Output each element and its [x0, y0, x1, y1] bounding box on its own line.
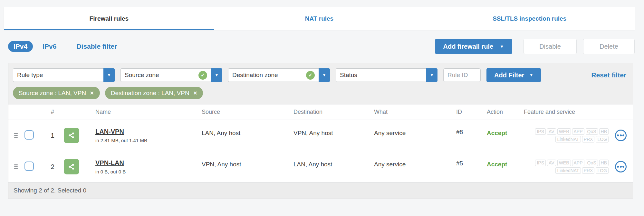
status-dropdown-label: Status [340, 72, 422, 79]
ipv4-toggle[interactable]: IPv4 [8, 41, 33, 52]
row-number: 1 [41, 132, 64, 139]
row-number: 2 [41, 163, 64, 171]
row-menu-ellipsis-icon[interactable] [615, 130, 627, 141]
remove-filter-icon[interactable]: ✕ [90, 90, 94, 96]
add-firewall-rule-button[interactable]: Add firewall rule ▼ [435, 39, 512, 54]
table-row: 2 VPN-LAN in 0 B, out 0 B VPN, Any host … [8, 151, 633, 182]
drag-handle[interactable] [14, 133, 18, 138]
chevron-down-icon: ▼ [500, 44, 504, 49]
feature-badge: APP [572, 128, 584, 135]
source-zone-dropdown-field: Source zone ✓ [120, 68, 211, 82]
rule-id: #8 [451, 129, 482, 142]
tab-firewall-rules[interactable]: Firewall rules [4, 7, 214, 30]
rule-what: Any service [369, 161, 451, 172]
rule-type-dropdown-field: Rule type [13, 68, 103, 82]
firewall-rules-panel: Rule type ▼ Source zone ✓ ▼ Destination … [8, 63, 633, 199]
feature-badge: LinkedNAT [555, 136, 581, 142]
tab-ssl-tls-inspection-rules[interactable]: SSL/TLS inspection rules [424, 7, 635, 30]
rule-type-dropdown-button[interactable]: ▼ [103, 68, 115, 82]
source-zone-filter-chip: Source zone : LAN, VPN ✕ [13, 87, 100, 99]
feature-badge: IPS [535, 128, 546, 135]
row-checkbox[interactable] [24, 162, 34, 171]
disable-button[interactable]: Disable [524, 39, 577, 54]
destination-zone-dropdown[interactable]: Destination zone ✓ ▼ [228, 68, 330, 82]
add-filter-button[interactable]: Add Filter ▼ [486, 68, 541, 82]
destination-zone-dropdown-field: Destination zone ✓ [228, 68, 319, 82]
rule-source: VPN, Any host [197, 161, 288, 172]
rule-destination: LAN, Any host [288, 161, 369, 172]
chevron-down-icon: ▼ [215, 73, 219, 77]
feature-badges: IPS AV WEB APP QoS HB LinkedNAT PRX LOG [519, 128, 609, 142]
drag-handle[interactable] [14, 164, 18, 169]
feature-badge: HB [599, 128, 609, 135]
filter-applied-check-icon: ✓ [306, 71, 315, 80]
remove-filter-icon[interactable]: ✕ [193, 90, 197, 96]
rule-traffic-stats: in 0 B, out 0 B [95, 169, 197, 174]
column-header-features: Feature and service [519, 109, 609, 115]
column-header-source: Source [197, 109, 288, 115]
rule-destination: VPN, Any host [288, 130, 369, 141]
source-zone-dropdown-label: Source zone [125, 72, 198, 79]
chevron-down-icon: ▼ [107, 73, 111, 77]
status-dropdown-button[interactable]: ▼ [426, 68, 437, 82]
rule-share-icon [64, 159, 79, 174]
rule-action: Accept [482, 130, 519, 141]
status-dropdown[interactable]: Status ▼ [336, 68, 437, 82]
rule-id: #5 [451, 160, 482, 173]
rule-type-dropdown[interactable]: Rule type ▼ [13, 68, 115, 82]
rule-id-input[interactable] [443, 68, 481, 82]
row-checkbox[interactable] [24, 130, 34, 140]
rule-action: Accept [482, 161, 519, 172]
feature-badge: AV [547, 160, 556, 166]
source-zone-dropdown-button[interactable]: ▼ [211, 68, 222, 82]
destination-zone-filter-chip-label: Destination zone : LAN, VPN [111, 90, 189, 97]
chevron-down-icon: ▼ [322, 73, 326, 77]
feature-badge: LOG [596, 136, 609, 142]
ipv6-toggle[interactable]: IPv6 [43, 43, 56, 50]
table-row: 1 LAN-VPN in 2.81 MB, out 1.41 MB LAN, A… [8, 120, 633, 151]
delete-button[interactable]: Delete [583, 39, 635, 54]
feature-badge: HB [599, 160, 609, 166]
add-firewall-rule-label: Add firewall rule [443, 43, 494, 50]
column-header-num: # [41, 109, 64, 115]
destination-zone-dropdown-button[interactable]: ▼ [319, 68, 330, 82]
destination-zone-dropdown-label: Destination zone [232, 72, 306, 79]
toolbar: IPv4 IPv6 Disable filter Add firewall ru… [8, 38, 635, 55]
rule-share-icon [64, 128, 79, 143]
rule-traffic-stats: in 2.81 MB, out 1.41 MB [95, 138, 197, 143]
feature-badge: WEB [557, 160, 571, 166]
disable-filter-link[interactable]: Disable filter [76, 43, 117, 50]
table-footer: Showing 2 of 2. Selected 0 [8, 182, 633, 199]
rule-type-dropdown-label: Rule type [17, 72, 100, 79]
feature-badge: LinkedNAT [555, 167, 581, 174]
feature-badge: LOG [596, 167, 609, 174]
rule-what: Any service [369, 130, 451, 141]
row-count-summary: Showing 2 of 2. Selected 0 [14, 187, 86, 194]
feature-badge: QoS [586, 160, 598, 166]
column-header-what: What [369, 109, 451, 115]
tab-nat-rules[interactable]: NAT rules [214, 7, 425, 30]
feature-badge: PRX [582, 167, 595, 174]
feature-badge: WEB [557, 128, 571, 135]
filter-row: Rule type ▼ Source zone ✓ ▼ Destination … [13, 68, 628, 82]
rule-name-link[interactable]: LAN-VPN [95, 128, 197, 135]
active-filter-chips: Source zone : LAN, VPN ✕ Destination zon… [13, 87, 628, 99]
row-menu-ellipsis-icon[interactable] [615, 161, 627, 172]
destination-zone-filter-chip: Destination zone : LAN, VPN ✕ [105, 87, 203, 99]
feature-badge: AV [547, 128, 556, 135]
rule-name-link[interactable]: VPN-LAN [95, 159, 197, 167]
column-header-name: Name [90, 109, 197, 115]
status-dropdown-field: Status [336, 68, 426, 82]
add-filter-label: Add Filter [494, 72, 524, 79]
feature-badge: IPS [535, 160, 546, 166]
chevron-down-icon: ▼ [430, 73, 434, 77]
filter-area: Rule type ▼ Source zone ✓ ▼ Destination … [8, 63, 633, 104]
rules-tab-bar: Firewall rules NAT rules SSL/TLS inspect… [4, 7, 635, 30]
column-header-id: ID [451, 109, 482, 115]
reset-filter-link[interactable]: Reset filter [591, 71, 628, 79]
column-header-destination: Destination [288, 109, 369, 115]
source-zone-filter-chip-label: Source zone : LAN, VPN [19, 90, 86, 97]
source-zone-dropdown[interactable]: Source zone ✓ ▼ [120, 68, 222, 82]
feature-badge: PRX [582, 136, 595, 142]
chevron-down-icon: ▼ [529, 73, 533, 77]
